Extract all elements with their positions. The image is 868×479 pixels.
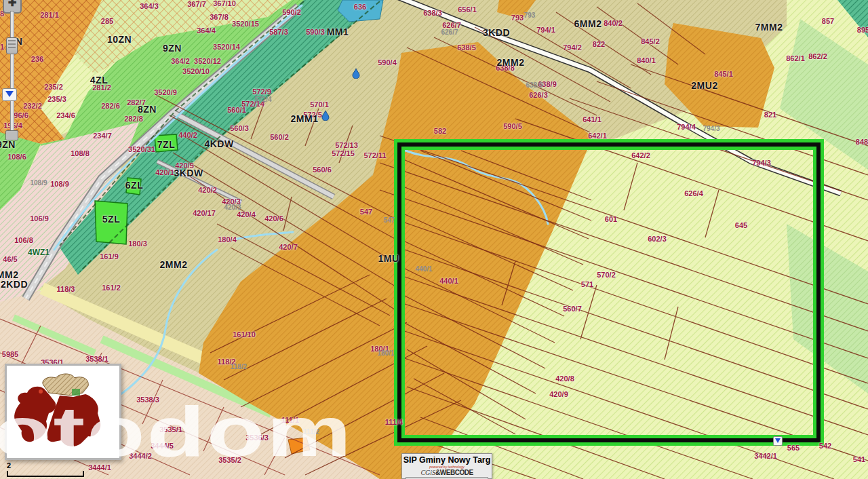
water-droplet-icon bbox=[321, 110, 330, 123]
parcel-label: 560/1 bbox=[227, 106, 246, 114]
parcel-label: 420/4 bbox=[237, 210, 256, 218]
parcel-label: 541 bbox=[853, 455, 865, 463]
scale-bar-line bbox=[7, 471, 84, 477]
attribution-box: SIP Gminy Nowy Targ powered by technolog… bbox=[401, 453, 492, 479]
gis-map-canvas[interactable]: 281/1285236235/2281/2235/3232/2282/6282/… bbox=[0, 0, 868, 479]
parcel-label: 440/1 bbox=[415, 265, 432, 273]
attribution-logo: CGiS&WEBCODE bbox=[402, 469, 492, 476]
parcel-label: 180/4 bbox=[218, 235, 237, 244]
parcel-label: 3520/9 bbox=[154, 88, 177, 96]
scale-bar: 2 bbox=[7, 461, 84, 477]
parcel-label: 3538/1 bbox=[85, 355, 108, 363]
parcel-label: 602/3 bbox=[648, 235, 667, 243]
parcel-label: 560/3 bbox=[230, 124, 249, 132]
parcel-label: 565 bbox=[787, 444, 800, 452]
parcel-label: 420/5 bbox=[175, 161, 194, 170]
parcel-label: 420/9 bbox=[549, 390, 568, 398]
parcel-label: 118/3 bbox=[57, 285, 75, 293]
parcel-label: 108/9 bbox=[50, 180, 69, 188]
parcel-label: 420/17 bbox=[193, 209, 216, 217]
zone-label: 6ZL bbox=[125, 180, 143, 191]
zone-label: 4ZL bbox=[90, 75, 108, 85]
parcel-label: 420/2 bbox=[198, 186, 217, 194]
parcel-label: 794/1 bbox=[536, 26, 555, 34]
zone-label: 3KDW bbox=[174, 168, 203, 178]
zone-label: 6MM2 bbox=[574, 18, 602, 29]
zone-label: 9ZN bbox=[163, 43, 182, 54]
parcel-label: 3535/2 bbox=[218, 456, 241, 464]
parcel-label: 794/3 bbox=[703, 125, 719, 132]
parcel-label: 236 bbox=[31, 55, 43, 63]
parcel-label: 641/1 bbox=[583, 115, 601, 123]
zoom-slider-track[interactable] bbox=[10, 11, 14, 133]
parcel-label: 281/2 bbox=[92, 83, 111, 92]
zone-label: 7ZL bbox=[157, 139, 175, 150]
inset-commune-shape bbox=[7, 366, 115, 454]
parcel-label: 3536/3 bbox=[245, 434, 269, 442]
parcel-label: 364/3 bbox=[140, 2, 159, 10]
parcel-label: 180/1 bbox=[370, 345, 389, 353]
parcel-label: 180/3 bbox=[128, 240, 147, 248]
parcel-label: 282/6 bbox=[101, 102, 120, 110]
parcel-label: 367/10 bbox=[213, 0, 236, 7]
parcel-label: 572/11 bbox=[363, 151, 386, 159]
parcel-label: 1 bbox=[0, 43, 4, 51]
zoom-slider-handle[interactable] bbox=[6, 37, 18, 54]
parcel-label: 420/1 bbox=[155, 168, 174, 176]
inset-overview-map[interactable] bbox=[5, 364, 121, 460]
zone-label: 2MM1 bbox=[291, 113, 319, 124]
parcel-label: 547 bbox=[360, 208, 372, 216]
parcel-label: 560/7 bbox=[563, 305, 582, 313]
parcel-label: 572/13 bbox=[335, 141, 358, 149]
zone-label: 4KDW bbox=[204, 138, 233, 149]
zone-label: 9ZN bbox=[0, 139, 16, 150]
parcel-label: 822 bbox=[593, 40, 605, 48]
zone-label: 2MU2 bbox=[691, 80, 717, 91]
parcel-label: 895 bbox=[857, 26, 868, 34]
zone-label: 2KDD bbox=[1, 279, 28, 290]
parcel-label: 420/3 bbox=[222, 197, 241, 206]
parcel-label: 161/9 bbox=[100, 252, 119, 261]
parcel-label: 3444/2 bbox=[129, 452, 152, 460]
parcel-label: 638/5 bbox=[457, 43, 476, 52]
parcel-label: 364/2 bbox=[171, 57, 190, 65]
parcel-label: 590/5 bbox=[503, 122, 522, 130]
zoom-out-button[interactable] bbox=[5, 130, 18, 140]
zone-label: 10ZN bbox=[107, 34, 132, 45]
parcel-label: 161/2 bbox=[102, 284, 121, 292]
parcel-label: 862/1 bbox=[786, 54, 805, 62]
parcel-label: 638/8 bbox=[496, 64, 515, 72]
parcel-label: 3520/31 bbox=[128, 145, 155, 153]
parcel-label: 840/1 bbox=[637, 56, 656, 64]
parcel-label: 111/2 bbox=[303, 428, 319, 436]
parcel-label: 626/4 bbox=[684, 189, 703, 197]
parcel-label: 642/1 bbox=[588, 132, 607, 140]
parcel-label: 840/2 bbox=[604, 19, 623, 27]
inset-marker-icon[interactable] bbox=[2, 88, 17, 101]
parcel-label: 656/1 bbox=[458, 5, 477, 14]
parcel-label: 106/8 bbox=[14, 236, 33, 244]
parcel-label: 235/3 bbox=[47, 95, 66, 103]
zone-label: 1MU bbox=[378, 253, 399, 264]
parcel-label: 46/5 bbox=[3, 255, 17, 263]
parcel-label: 420/7 bbox=[279, 243, 298, 251]
parcel-label: 848 bbox=[856, 138, 868, 146]
zone-label: 2MM2 bbox=[497, 57, 525, 68]
parcel-label: 590/2 bbox=[282, 8, 301, 16]
parcel-label: 570/2 bbox=[597, 271, 616, 279]
parcel-label: 570/1 bbox=[310, 100, 329, 109]
parcel-label: 234/7 bbox=[93, 132, 112, 140]
parcel-label: 571 bbox=[581, 280, 593, 288]
parcel-label: 3520/10 bbox=[182, 67, 210, 75]
parcel-label: 642/2 bbox=[631, 151, 650, 159]
parcel-label: 282/8 bbox=[124, 115, 143, 123]
parcel-label: 572/15 bbox=[332, 149, 355, 157]
parcel-label: 161/10 bbox=[233, 330, 256, 339]
zone-label: 3KDD bbox=[483, 27, 510, 38]
parcel-label: 626/7 bbox=[441, 28, 458, 36]
parcel-label: 626/3 bbox=[529, 91, 548, 99]
parcel-label: 3538/3 bbox=[136, 396, 159, 404]
map-labels: 281/1285236235/2281/2235/3232/2282/6282/… bbox=[0, 0, 868, 479]
parcel-label: 560/2 bbox=[270, 133, 289, 141]
parcel-label: 420/3 bbox=[224, 204, 241, 211]
